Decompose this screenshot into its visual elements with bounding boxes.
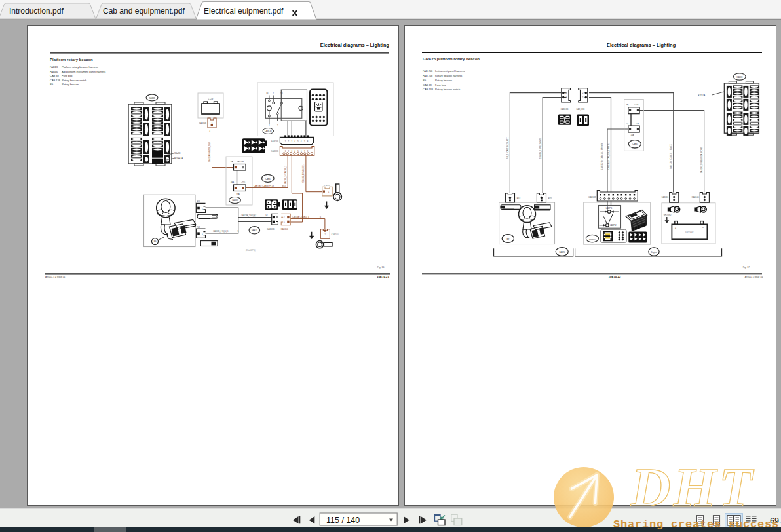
svg-text:6: 6 [301, 140, 302, 143]
svg-text:CAB13B_8 / CAB110_1: CAB13B_8 / CAB110_1 [302, 164, 305, 183]
svg-text:P45: P45 [548, 197, 552, 200]
svg-text:2: 2 [582, 92, 584, 94]
svg-text:4: 4 [294, 140, 295, 143]
svg-text:4: 4 [294, 150, 295, 153]
svg-text:P04: P04 [197, 200, 200, 203]
svg-text:CAB148: CAB148 [199, 122, 207, 124]
svg-text:CAB25: CAB25 [559, 251, 565, 254]
svg-text:+12V: +12V [208, 98, 214, 100]
svg-text:Rotary beacon switch: Rotary beacon switch [62, 79, 86, 82]
svg-text:CAB38: CAB38 [149, 97, 155, 100]
svg-text:2: 2 [288, 140, 290, 143]
svg-text:CAB6: CAB6 [265, 178, 271, 180]
svg-text:Platform rotary beacon harness: Platform rotary beacon harness [62, 66, 98, 69]
svg-text:3: 3 [291, 150, 292, 153]
svg-text:1: 1 [324, 233, 326, 236]
svg-text:B9: B9 [506, 238, 509, 240]
svg-text:10B: 10B [240, 161, 244, 163]
svg-text:BATTERY: BATTERY [685, 231, 694, 234]
svg-text:GROUND: GROUND [664, 214, 672, 216]
svg-text:Rotary beacon switch: Rotary beacon switch [435, 88, 460, 91]
svg-text:B9: B9 [154, 240, 157, 243]
svg-text:CAB13B_1 / P45_1 WHITE: CAB13B_1 / P45_1 WHITE [539, 137, 542, 159]
svg-text:1: 1 [202, 208, 203, 210]
svg-text:Electrical euipment.pdf: Electrical euipment.pdf [204, 7, 284, 16]
svg-text:1: 1 [202, 233, 203, 235]
svg-text:7: 7 [304, 140, 305, 143]
svg-text:CAB110: CAB110 [324, 185, 330, 187]
svg-text:6A: 6A [231, 161, 233, 163]
svg-text:CAB38: CAB38 [736, 76, 742, 79]
svg-text:=: = [675, 227, 676, 229]
svg-text:1: 1 [328, 191, 330, 193]
svg-text:FAB13B: FAB13B [271, 140, 278, 143]
svg-text:CAB13B: CAB13B [267, 228, 275, 231]
svg-text:7: 7 [304, 150, 305, 153]
svg-text:FAB13: FAB13 [252, 229, 257, 232]
svg-text:Engine: Engine [651, 251, 657, 254]
svg-text:CAB106_1 / CAB38L/5A BROWN: CAB106_1 / CAB38L/5A BROWN [700, 147, 703, 173]
svg-text:5: 5 [297, 150, 299, 153]
svg-text:6PA: 6PA [231, 181, 234, 184]
svg-text:M13: M13 [282, 185, 286, 187]
svg-text:1: 1 [212, 122, 213, 124]
svg-text:N: N [320, 216, 321, 218]
svg-text:CAB25/27B / CAB=13L2 BROWN: CAB25/27B / CAB=13L2 BROWN [601, 143, 603, 170]
svg-text:CAB73B/2 (CAB38_F) 1B: CAB73B/2 (CAB38_F) 1B [254, 185, 274, 187]
svg-text:FAB 206: FAB 206 [423, 69, 433, 73]
svg-text:S4: S4 [265, 214, 268, 217]
svg-text:10E10.22: 10E10.22 [609, 275, 621, 278]
svg-text:2P): 2P) [626, 104, 628, 106]
svg-text:1: 1 [565, 96, 567, 99]
svg-text:Electrical diagrams – Lighting: Electrical diagrams – Lighting [607, 42, 676, 48]
svg-text:86: 86 [267, 92, 269, 95]
svg-text:1: 1 [284, 221, 285, 223]
svg-text:Fuse box: Fuse box [435, 83, 446, 86]
svg-text:Rotary beacon harness: Rotary beacon harness [435, 74, 462, 77]
svg-text:10A: 10A [631, 134, 634, 136]
svg-text:=1B: =1B [636, 123, 639, 125]
svg-text:8: 8 [307, 150, 309, 153]
svg-text:CAB106: CAB106 [281, 228, 289, 231]
svg-text:CAB13B: CAB13B [561, 108, 569, 111]
svg-text:Rotary beacon: Rotary beacon [62, 83, 79, 86]
svg-text:=10A: =10A [634, 104, 639, 106]
svg-text:2: 2 [277, 124, 278, 127]
svg-text:1: 1 [285, 150, 286, 153]
svg-text:CAB13B_3 / CA8_13B_1 WHITE: CAB13B_3 / CA8_13B_1 WHITE [607, 143, 610, 170]
svg-text:B9: B9 [50, 83, 54, 86]
svg-text:CAB 138: CAB 138 [423, 88, 434, 91]
svg-text:A92011.7 = Issue 5a: A92011.7 = Issue 5a [45, 276, 65, 278]
svg-text:Electrical diagrams – Lighting: Electrical diagrams – Lighting [320, 42, 390, 48]
svg-text:CAB6: CAB6 [632, 143, 638, 145]
svg-text:6: 6 [301, 150, 302, 153]
svg-text:LAMP 2: LAMP 2 [610, 224, 617, 227]
svg-text:8: 8 [307, 140, 309, 143]
svg-text:P44: P44 [517, 197, 521, 200]
svg-text:Platform rotary beacon: Platform rotary beacon [50, 58, 93, 62]
svg-text:GBA25 platform rotary beacon: GBA25 platform rotary beacon [423, 57, 480, 61]
svg-text:+: + [702, 226, 704, 229]
svg-text:10E10.21: 10E10.21 [377, 275, 389, 278]
svg-text:A92011 = Issue 5a: A92011 = Issue 5a [745, 276, 763, 278]
svg-text:1: 1 [269, 124, 270, 127]
svg-text:CA8_138: CA8_138 [576, 108, 584, 111]
svg-text:P44_1 / CAB13B_2 BLACK: P44_1 / CAB13B_2 BLACK [506, 137, 509, 159]
svg-text:1: 1 [285, 140, 286, 143]
svg-text:CAB38: CAB38 [232, 199, 238, 202]
svg-text:Fig. 16: Fig. 16 [377, 266, 384, 269]
svg-text:CAB138: CAB138 [588, 196, 596, 199]
svg-text:Introduction.pdf: Introduction.pdf [9, 7, 64, 16]
svg-text:115 / 140: 115 / 140 [326, 516, 360, 525]
svg-text:CAB10A / 2CAB10_4: CAB10A / 2CAB10_4 [292, 216, 309, 218]
svg-text:CN=C8: CN=C8 [174, 152, 181, 155]
svg-text:FAB13B_2 / CAB13B_2: FAB13B_2 / CAB13B_2 [284, 166, 287, 184]
svg-text:CA8_13B2 / CAB111_1 BLACK: CA8_13B2 / CAB111_1 BLACK [670, 144, 672, 169]
svg-text:CAB13B: CAB13B [271, 150, 278, 153]
svg-text:CAB 38: CAB 38 [50, 74, 60, 77]
svg-text:LAMP 1: LAMP 1 [606, 207, 613, 210]
svg-text:Fuse box: Fuse box [62, 74, 72, 77]
svg-text:2: 2 [565, 92, 567, 94]
svg-text:CAB 38: CAB 38 [423, 83, 432, 86]
svg-text:Cab and equipment.pdf: Cab and equipment.pdf [103, 7, 185, 16]
